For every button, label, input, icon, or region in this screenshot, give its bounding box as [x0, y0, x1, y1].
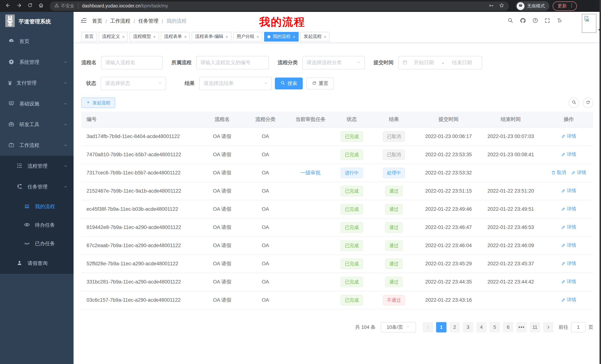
breadcrumb-task-mgmt[interactable]: 任务管理 — [138, 18, 159, 25]
breadcrumb-workflow[interactable]: 工作流程 — [110, 18, 130, 25]
owner-process-input[interactable]: 请输入流程定义的编号 — [196, 56, 269, 69]
page-button-2[interactable]: 2 — [450, 322, 460, 332]
window-edge — [600, 0, 601, 364]
next-page-button[interactable] — [543, 322, 553, 332]
page-button-6[interactable]: 6 — [503, 322, 513, 332]
detail-link[interactable]: 详情 — [561, 151, 576, 158]
status-select[interactable]: 请选择状态 — [101, 77, 166, 90]
tab-label: 流程表单 — [164, 33, 182, 40]
back-button[interactable] — [5, 2, 11, 10]
cancel-link[interactable]: 取消 — [551, 170, 566, 176]
browser-update-button[interactable]: 更新 — [553, 1, 577, 10]
app-title: 芋道管理系统 — [19, 18, 51, 25]
tab-流程模型[interactable]: 流程模型× — [130, 32, 159, 41]
logo-image — [5, 14, 15, 29]
chevron-down-icon — [406, 325, 410, 329]
result-tag: 不通过 — [383, 295, 405, 305]
detail-link[interactable]: 详情 — [571, 170, 586, 176]
header-search-icon[interactable] — [507, 18, 513, 25]
screen: 不安全 dashboard.yudao.iocoder.cn/bpm/task/… — [0, 0, 601, 364]
tab-流程定义[interactable]: 流程定义× — [99, 32, 128, 41]
forward-button[interactable] — [16, 2, 22, 10]
home-button[interactable] — [38, 2, 44, 10]
tab-发起流程[interactable]: 发起流程× — [300, 32, 330, 41]
user-icon — [16, 260, 23, 266]
tab-close-icon[interactable]: × — [226, 34, 228, 39]
sidebar-item-首页[interactable]: 首页 — [0, 31, 74, 52]
status-tag: 已完成 — [341, 131, 363, 142]
sidebar-item-研发工具[interactable]: 研发工具 — [0, 114, 74, 135]
github-icon[interactable] — [520, 17, 526, 25]
detail-link[interactable]: 详情 — [561, 297, 576, 303]
show-search-toggle-button[interactable] — [569, 98, 579, 108]
task-link[interactable]: 一级审批 — [300, 170, 321, 175]
user-avatar[interactable] — [582, 14, 597, 33]
page-size-select[interactable]: 10条/页 — [381, 322, 416, 332]
content: 流程名 请输入流程名 所属流程 请输入流程定义的编号 流程分类 请选择流程分类 … — [74, 43, 601, 364]
table-row: ec45f38f-7b9a-11ec-b03b-acde48001122OA 请… — [81, 200, 593, 218]
prev-page-button[interactable] — [423, 322, 433, 332]
address-bar[interactable]: 不安全 dashboard.yudao.iocoder.cn/bpm/task/… — [50, 1, 509, 10]
goto-page-input[interactable]: 1 — [571, 322, 586, 332]
page-button-4[interactable]: 4 — [476, 322, 487, 332]
process-name-input[interactable]: 请输入流程名 — [101, 56, 162, 69]
search-button[interactable]: 搜索 — [275, 77, 303, 89]
create-process-button[interactable]: 发起流程 — [81, 98, 115, 108]
tab-用户分组[interactable]: 用户分组× — [233, 32, 262, 41]
detail-link[interactable]: 详情 — [561, 279, 576, 285]
reset-button[interactable]: 重置 — [306, 77, 334, 89]
search-icon — [280, 80, 285, 86]
page-button-11[interactable]: 11 — [530, 322, 540, 332]
sidebar-item-基础设施[interactable]: 基础设施 — [0, 94, 74, 114]
detail-link[interactable]: 详情 — [561, 206, 576, 212]
tab-流程表单[interactable]: 流程表单× — [161, 32, 190, 41]
submit-time-range-picker[interactable]: 开始日期 - 结束日期 — [398, 56, 482, 69]
sidebar-item-我的流程[interactable]: 我的流程 — [0, 197, 74, 216]
tab-close-icon[interactable]: × — [122, 34, 125, 39]
cell-operations: 详情 — [544, 200, 593, 218]
page-button-3[interactable]: 3 — [463, 322, 473, 332]
cell-end-time: 2022-01-22 23:44:42 — [477, 273, 544, 291]
font-size-icon[interactable] — [556, 18, 562, 25]
sidebar-item-请假查询[interactable]: 请假查询 — [0, 253, 74, 274]
dashboard-icon — [8, 38, 14, 44]
help-icon[interactable] — [532, 18, 538, 25]
sidebar-item-流程管理[interactable]: 流程管理 — [0, 156, 74, 177]
tab-close-icon[interactable]: × — [324, 34, 326, 39]
sidebar-item-label: 研发工具 — [19, 121, 39, 128]
chevron-down-icon — [158, 81, 162, 85]
more-pages-button[interactable]: ••• — [516, 322, 527, 332]
browser-menu-icon[interactable] — [569, 3, 574, 9]
tab-首页[interactable]: 首页 — [81, 32, 97, 41]
page-button-1[interactable]: 1 — [436, 322, 446, 332]
sidebar-item-支付管理[interactable]: ¥支付管理 — [0, 73, 74, 94]
breadcrumb-home[interactable]: 首页 — [92, 18, 102, 25]
tab-close-icon[interactable]: × — [257, 34, 259, 39]
bookmark-star-button[interactable] — [499, 3, 504, 9]
detail-link[interactable]: 详情 — [561, 188, 576, 194]
reload-button[interactable] — [28, 3, 33, 9]
tab-close-icon[interactable]: × — [293, 34, 295, 39]
sidebar-collapse-button[interactable] — [80, 17, 87, 25]
page-button-5[interactable]: 5 — [490, 322, 500, 332]
password-key-button[interactable] — [489, 3, 494, 9]
detail-link[interactable]: 详情 — [561, 242, 576, 249]
detail-link[interactable]: 详情 — [561, 224, 576, 230]
process-table: 编号流程名流程分类当前审批任务状态结果提交时间结束时间操作3ad174fb-7b… — [81, 112, 593, 309]
site-security-chip[interactable]: 不安全 — [54, 3, 74, 9]
fullscreen-icon[interactable] — [545, 18, 550, 25]
sidebar-item-已办任务[interactable]: 已办任务 — [0, 234, 74, 253]
tab-流程表单-编辑[interactable]: 流程表单-编辑× — [192, 32, 231, 41]
refresh-table-button[interactable] — [583, 98, 593, 108]
tab-close-icon[interactable]: × — [184, 34, 187, 39]
tab-close-icon[interactable]: × — [153, 34, 156, 39]
sidebar-item-系统管理[interactable]: 系统管理 — [0, 52, 74, 73]
detail-link[interactable]: 详情 — [561, 260, 576, 267]
sidebar-item-任务管理[interactable]: 任务管理 — [0, 177, 74, 197]
tab-我的流程[interactable]: 我的流程× — [264, 32, 299, 41]
sidebar-item-工作流程[interactable]: 工作流程 — [0, 135, 74, 156]
category-select[interactable]: 请选择流程分类 — [302, 56, 365, 69]
detail-link[interactable]: 详情 — [561, 133, 576, 140]
result-select[interactable]: 请选择流结果 — [199, 77, 272, 90]
sidebar-item-待办任务[interactable]: 待办任务 — [0, 216, 74, 234]
